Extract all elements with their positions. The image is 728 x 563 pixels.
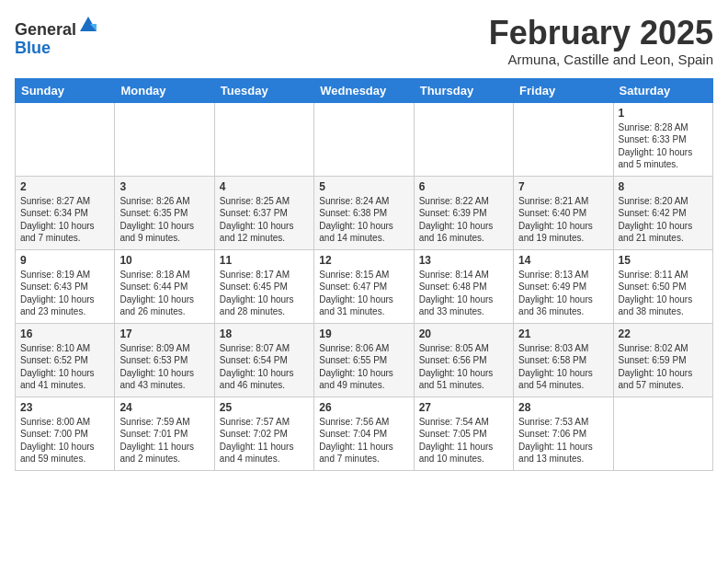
calendar-day-cell: 2Sunrise: 8:27 AM Sunset: 6:34 PM Daylig… <box>16 176 115 249</box>
day-info: Sunrise: 7:54 AM Sunset: 7:05 PM Dayligh… <box>419 416 508 465</box>
calendar-day-cell: 1Sunrise: 8:28 AM Sunset: 6:33 PM Daylig… <box>613 102 712 176</box>
day-number: 16 <box>20 327 109 340</box>
weekday-header: Wednesday <box>314 78 414 102</box>
day-info: Sunrise: 8:00 AM Sunset: 7:00 PM Dayligh… <box>20 416 109 465</box>
calendar-day-cell: 5Sunrise: 8:24 AM Sunset: 6:38 PM Daylig… <box>314 176 414 249</box>
day-number: 23 <box>20 401 109 414</box>
calendar-day-cell: 16Sunrise: 8:10 AM Sunset: 6:52 PM Dayli… <box>16 323 115 396</box>
day-number: 15 <box>619 254 708 267</box>
calendar-week-row: 2Sunrise: 8:27 AM Sunset: 6:34 PM Daylig… <box>16 176 713 249</box>
day-info: Sunrise: 8:22 AM Sunset: 6:39 PM Dayligh… <box>419 195 508 245</box>
calendar-day-cell: 6Sunrise: 8:22 AM Sunset: 6:39 PM Daylig… <box>414 176 513 249</box>
calendar-day-cell: 28Sunrise: 7:53 AM Sunset: 7:06 PM Dayli… <box>514 396 613 470</box>
calendar-day-cell: 3Sunrise: 8:26 AM Sunset: 6:35 PM Daylig… <box>115 176 214 249</box>
day-number: 3 <box>119 180 209 193</box>
day-info: Sunrise: 7:59 AM Sunset: 7:01 PM Dayligh… <box>119 416 209 465</box>
day-info: Sunrise: 8:11 AM Sunset: 6:50 PM Dayligh… <box>619 269 708 318</box>
calendar-day-cell: 24Sunrise: 7:59 AM Sunset: 7:01 PM Dayli… <box>115 396 214 470</box>
calendar-header-row: SundayMondayTuesdayWednesdayThursdayFrid… <box>16 78 713 102</box>
day-info: Sunrise: 8:18 AM Sunset: 6:44 PM Dayligh… <box>119 269 209 318</box>
month-title: February 2025 <box>489 15 713 52</box>
day-info: Sunrise: 8:03 AM Sunset: 6:58 PM Dayligh… <box>518 342 608 392</box>
day-number: 6 <box>419 180 508 193</box>
logo-icon <box>78 15 98 35</box>
day-info: Sunrise: 8:28 AM Sunset: 6:33 PM Dayligh… <box>619 121 708 171</box>
calendar-week-row: 16Sunrise: 8:10 AM Sunset: 6:52 PM Dayli… <box>16 323 713 396</box>
calendar-week-row: 1Sunrise: 8:28 AM Sunset: 6:33 PM Daylig… <box>16 102 713 176</box>
logo-general-text: General <box>15 20 76 39</box>
day-number: 18 <box>220 327 309 340</box>
calendar-day-cell: 19Sunrise: 8:06 AM Sunset: 6:55 PM Dayli… <box>314 323 414 396</box>
calendar-day-cell: 17Sunrise: 8:09 AM Sunset: 6:53 PM Dayli… <box>115 323 214 396</box>
day-number: 11 <box>220 254 309 267</box>
calendar-day-cell: 7Sunrise: 8:21 AM Sunset: 6:40 PM Daylig… <box>514 176 613 249</box>
calendar-table: SundayMondayTuesdayWednesdayThursdayFrid… <box>15 78 713 471</box>
title-block: February 2025 Armuna, Castille and Leon,… <box>489 15 713 67</box>
day-number: 9 <box>20 254 109 267</box>
weekday-header: Monday <box>115 78 214 102</box>
calendar-day-cell: 11Sunrise: 8:17 AM Sunset: 6:45 PM Dayli… <box>214 249 313 323</box>
calendar-day-cell: 20Sunrise: 8:05 AM Sunset: 6:56 PM Dayli… <box>414 323 513 396</box>
calendar-week-row: 9Sunrise: 8:19 AM Sunset: 6:43 PM Daylig… <box>16 249 713 323</box>
day-info: Sunrise: 8:09 AM Sunset: 6:53 PM Dayligh… <box>119 342 209 392</box>
day-info: Sunrise: 8:27 AM Sunset: 6:34 PM Dayligh… <box>20 195 109 245</box>
day-info: Sunrise: 8:05 AM Sunset: 6:56 PM Dayligh… <box>419 342 508 392</box>
day-info: Sunrise: 8:26 AM Sunset: 6:35 PM Dayligh… <box>119 195 209 245</box>
day-number: 21 <box>518 327 608 340</box>
day-info: Sunrise: 7:53 AM Sunset: 7:06 PM Dayligh… <box>518 416 608 465</box>
calendar-day-cell: 9Sunrise: 8:19 AM Sunset: 6:43 PM Daylig… <box>16 249 115 323</box>
location-title: Armuna, Castille and Leon, Spain <box>489 52 713 67</box>
day-number: 10 <box>119 254 209 267</box>
day-info: Sunrise: 8:07 AM Sunset: 6:54 PM Dayligh… <box>220 342 309 392</box>
calendar-day-cell <box>214 102 313 176</box>
weekday-header: Thursday <box>414 78 513 102</box>
day-number: 1 <box>619 107 708 120</box>
day-number: 2 <box>20 180 109 193</box>
day-number: 4 <box>220 180 309 193</box>
day-info: Sunrise: 8:13 AM Sunset: 6:49 PM Dayligh… <box>518 269 608 318</box>
calendar-day-cell <box>115 102 214 176</box>
calendar-day-cell: 10Sunrise: 8:18 AM Sunset: 6:44 PM Dayli… <box>115 249 214 323</box>
calendar-day-cell: 12Sunrise: 8:15 AM Sunset: 6:47 PM Dayli… <box>314 249 414 323</box>
day-number: 25 <box>220 401 309 414</box>
calendar-week-row: 23Sunrise: 8:00 AM Sunset: 7:00 PM Dayli… <box>16 396 713 470</box>
day-number: 28 <box>518 401 608 414</box>
day-number: 24 <box>119 401 209 414</box>
calendar-day-cell: 18Sunrise: 8:07 AM Sunset: 6:54 PM Dayli… <box>214 323 313 396</box>
day-number: 7 <box>518 180 608 193</box>
day-info: Sunrise: 8:06 AM Sunset: 6:55 PM Dayligh… <box>319 342 408 392</box>
day-info: Sunrise: 8:14 AM Sunset: 6:48 PM Dayligh… <box>419 269 508 318</box>
day-number: 13 <box>419 254 508 267</box>
weekday-header: Saturday <box>613 78 712 102</box>
weekday-header: Friday <box>514 78 613 102</box>
day-info: Sunrise: 8:25 AM Sunset: 6:37 PM Dayligh… <box>220 195 309 245</box>
calendar-day-cell: 27Sunrise: 7:54 AM Sunset: 7:05 PM Dayli… <box>414 396 513 470</box>
calendar-day-cell: 26Sunrise: 7:56 AM Sunset: 7:04 PM Dayli… <box>314 396 414 470</box>
day-info: Sunrise: 8:02 AM Sunset: 6:59 PM Dayligh… <box>619 342 708 392</box>
day-number: 17 <box>119 327 209 340</box>
day-number: 8 <box>619 180 708 193</box>
day-number: 20 <box>419 327 508 340</box>
calendar-day-cell <box>613 396 712 470</box>
day-info: Sunrise: 8:20 AM Sunset: 6:42 PM Dayligh… <box>619 195 708 245</box>
calendar-day-cell: 13Sunrise: 8:14 AM Sunset: 6:48 PM Dayli… <box>414 249 513 323</box>
calendar-day-cell: 15Sunrise: 8:11 AM Sunset: 6:50 PM Dayli… <box>613 249 712 323</box>
day-info: Sunrise: 7:56 AM Sunset: 7:04 PM Dayligh… <box>319 416 408 465</box>
weekday-header: Sunday <box>16 78 115 102</box>
day-info: Sunrise: 8:24 AM Sunset: 6:38 PM Dayligh… <box>319 195 408 245</box>
calendar-day-cell: 25Sunrise: 7:57 AM Sunset: 7:02 PM Dayli… <box>214 396 313 470</box>
day-info: Sunrise: 7:57 AM Sunset: 7:02 PM Dayligh… <box>220 416 309 465</box>
logo-blue-text: Blue <box>15 39 51 57</box>
day-info: Sunrise: 8:10 AM Sunset: 6:52 PM Dayligh… <box>20 342 109 392</box>
day-number: 22 <box>619 327 708 340</box>
calendar-day-cell: 4Sunrise: 8:25 AM Sunset: 6:37 PM Daylig… <box>214 176 313 249</box>
calendar-day-cell: 14Sunrise: 8:13 AM Sunset: 6:49 PM Dayli… <box>514 249 613 323</box>
calendar-day-cell: 21Sunrise: 8:03 AM Sunset: 6:58 PM Dayli… <box>514 323 613 396</box>
calendar-day-cell <box>16 102 115 176</box>
day-number: 26 <box>319 401 408 414</box>
page-header: General Blue February 2025 Armuna, Casti… <box>15 15 713 67</box>
day-number: 19 <box>319 327 408 340</box>
day-number: 14 <box>518 254 608 267</box>
weekday-header: Tuesday <box>214 78 313 102</box>
calendar-day-cell <box>514 102 613 176</box>
